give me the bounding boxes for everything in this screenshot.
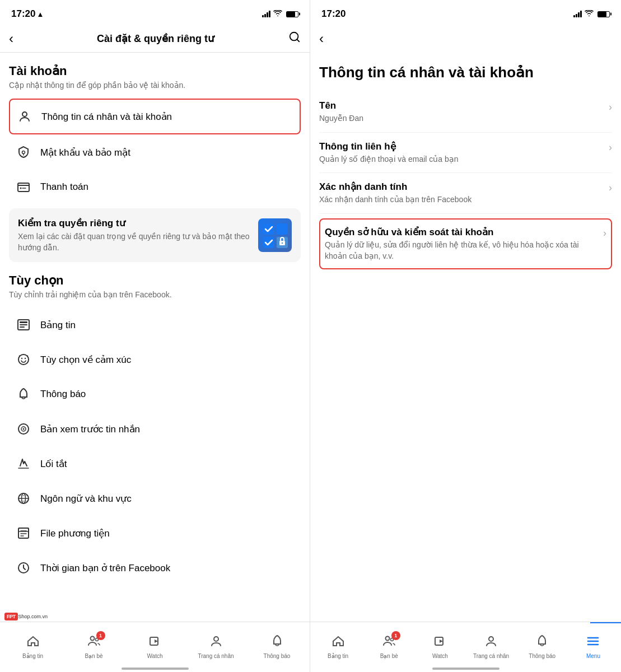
menu-item-time[interactable]: Thời gian bạn ở trên Facebook [9, 551, 301, 585]
right-nav-home-label: Bảng tin [328, 653, 348, 659]
friends-icon: 1 [87, 634, 101, 651]
menu-text-personal-info: Thông tin cá nhân và tài khoản [41, 111, 172, 123]
right-time: 17:20 [321, 8, 345, 20]
right-nav-watch[interactable]: Watch [414, 630, 465, 659]
left-wifi-icon [273, 10, 282, 18]
right-battery-icon [597, 11, 610, 17]
left-bottom-nav: Bảng tin 1 Bạn bè Watch [0, 622, 310, 672]
svg-rect-3 [18, 183, 29, 192]
menu-text-emotions: Tùy chọn về cảm xúc [40, 354, 131, 366]
left-home-indicator [122, 668, 189, 670]
right-nav-friends[interactable]: 1 Bạn bè [363, 630, 414, 659]
svg-point-17 [25, 358, 26, 359]
left-nav-title: Cài đặt & quyền riêng tư [22, 32, 288, 45]
menu-text-password: Mật khẩu và bảo mật [40, 147, 130, 158]
right-home-indicator [432, 668, 499, 670]
left-nav-friends[interactable]: 1 Bạn bè [63, 630, 124, 659]
menu-item-notifications[interactable]: Thông báo [9, 377, 301, 411]
right-profile-icon [484, 634, 498, 651]
right-back-button[interactable]: ‹ [319, 31, 324, 46]
svg-point-31 [385, 636, 389, 640]
left-nav-home[interactable]: Bảng tin [2, 630, 63, 659]
language-icon [13, 488, 34, 508]
left-battery-icon [286, 11, 298, 17]
right-menu-sub-contact: Quản lý số điện thoại và email của bạn [319, 154, 604, 165]
right-menu-title-identity: Xác nhận danh tính [319, 181, 604, 193]
right-menu-sub-name: Nguyễn Đan [319, 113, 604, 124]
emotions-icon [13, 349, 34, 370]
right-menu-title-ownership: Quyền sở hữu và kiểm soát tài khoản [325, 226, 599, 238]
left-search-button[interactable] [288, 31, 301, 46]
left-nav-bar: ‹ Cài đặt & quyền riêng tư [0, 25, 310, 53]
privacy-card-text: Kiểm tra quyền riêng tư Xem lại các cài … [18, 217, 251, 253]
left-status-bar: 17:20 ▲ [0, 0, 310, 25]
svg-rect-23 [18, 528, 29, 538]
menu-item-emotions[interactable]: Tùy chọn về cảm xúc [9, 343, 301, 376]
right-nav-notifications[interactable]: Thông báo [517, 630, 568, 659]
right-menu-item-identity[interactable]: Xác nhận danh tính Xác nhận danh tính củ… [319, 173, 612, 214]
svg-rect-7 [277, 223, 288, 235]
right-nav-home[interactable]: Bảng tin [312, 630, 363, 659]
left-nav-profile-label: Trang cá nhân [198, 653, 234, 659]
menu-item-personal-info[interactable]: Thông tin cá nhân và tài khoản [9, 99, 301, 134]
fpt-watermark: FPT Shop.com.vn [4, 613, 48, 620]
media-icon [13, 523, 34, 543]
menu-text-newsfeed: Bảng tin [40, 319, 76, 331]
privacy-card-subtitle: Xem lại các cài đặt quan trọng về quyền … [18, 231, 251, 253]
time-icon [13, 558, 34, 578]
menu-item-message-preview[interactable]: Bản xem trước tin nhắn [9, 412, 301, 446]
menu-item-media[interactable]: File phương tiện [9, 516, 301, 550]
svg-rect-12 [20, 321, 27, 323]
right-phone: 17:20 ‹ [310, 0, 621, 672]
right-wifi-icon [585, 10, 594, 18]
svg-point-15 [18, 354, 29, 365]
chevron-contact: › [609, 142, 612, 153]
privacy-card-title: Kiểm tra quyền riêng tư [18, 217, 251, 229]
right-menu-item-ownership[interactable]: Quyền sở hữu và kiểm soát tài khoản Quản… [319, 218, 612, 269]
shield-icon [13, 142, 34, 162]
options-section-title: Tùy chọn [9, 273, 301, 288]
home-icon [26, 634, 40, 651]
right-menu-icon [586, 634, 600, 651]
message-preview-icon [13, 419, 34, 439]
options-section-subtitle: Tùy chỉnh trải nghiệm của bạn trên Faceb… [9, 290, 301, 299]
menu-item-password[interactable]: Mật khẩu và bảo mật [9, 136, 301, 169]
notifications-icon [13, 384, 34, 404]
menu-item-newsfeed[interactable]: Bảng tin [9, 308, 301, 342]
watch-icon [148, 634, 162, 651]
right-menu-item-contact[interactable]: Thông tin liên hệ Quản lý số điện thoại … [319, 133, 612, 174]
left-content: Tài khoản Cập nhật thông tin để góp phần… [0, 53, 310, 622]
right-signal [573, 11, 582, 17]
menu-item-language[interactable]: Ngôn ngữ và khu vực [9, 482, 301, 515]
right-bell-icon [535, 634, 549, 651]
left-nav-friends-label: Bạn bè [85, 653, 102, 659]
right-nav-profile-label: Trang cá nhân [473, 653, 509, 659]
account-section-title: Tài khoản [9, 64, 301, 78]
right-nav-profile[interactable]: Trang cá nhân [466, 630, 517, 659]
left-status-icons [262, 10, 298, 18]
menu-item-shortcuts[interactable]: Lối tắt [9, 447, 301, 480]
privacy-card[interactable]: Kiểm tra quyền riêng tư Xem lại các cài … [9, 208, 301, 262]
left-nav-watch-label: Watch [147, 653, 163, 659]
account-section-subtitle: Cập nhật thông tin để góp phần bảo vệ tà… [9, 81, 301, 90]
left-back-button[interactable]: ‹ [9, 31, 13, 46]
left-nav-notifications-label: Thông báo [264, 653, 291, 659]
account-section: Tài khoản Cập nhật thông tin để góp phần… [9, 64, 301, 204]
svg-rect-13 [20, 324, 27, 325]
left-nav-notifications[interactable]: Thông báo [246, 630, 307, 659]
left-nav-watch[interactable]: Watch [124, 630, 185, 659]
right-home-icon [331, 634, 345, 651]
svg-point-16 [21, 358, 22, 359]
right-nav-menu[interactable]: Menu [568, 630, 619, 659]
svg-point-1 [22, 112, 27, 116]
options-section: Tùy chọn Tùy chỉnh trải nghiệm của bạn t… [9, 273, 301, 585]
right-menu-title-name: Tên [319, 100, 604, 111]
newsfeed-icon [13, 315, 34, 335]
left-location-icon: ▲ [36, 10, 44, 18]
menu-text-payment: Thanh toán [40, 181, 88, 193]
menu-item-payment[interactable]: Thanh toán [9, 170, 301, 204]
left-nav-profile[interactable]: Trang cá nhân [185, 630, 246, 659]
right-nav-watch-label: Watch [432, 653, 448, 659]
menu-text-notifications: Thông báo [40, 389, 86, 400]
right-menu-item-name[interactable]: Tên Nguyễn Đan › [319, 92, 612, 133]
